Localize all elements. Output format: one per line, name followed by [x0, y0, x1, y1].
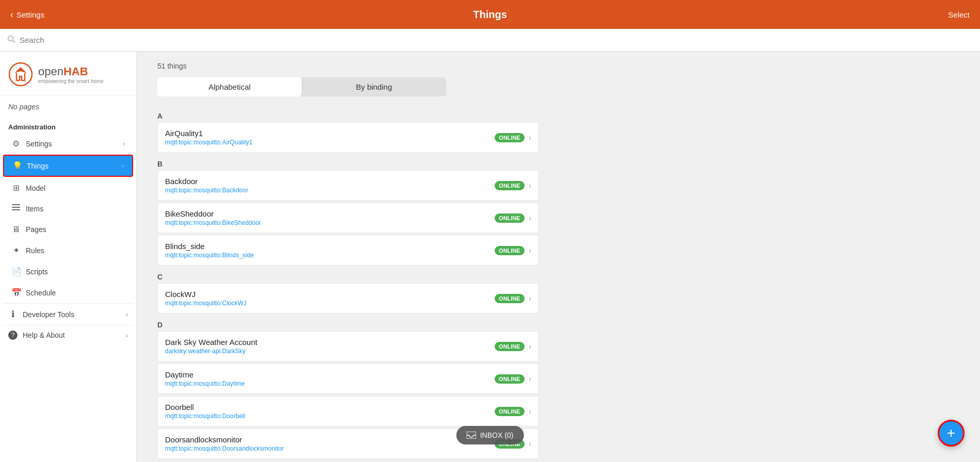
- section-letter-c: C: [157, 268, 539, 283]
- chevron-right-icon: ›: [529, 133, 531, 142]
- svg-rect-4: [12, 207, 20, 208]
- thing-info: Daytime mqtt:topic:mosquitto:Daytime: [165, 370, 495, 387]
- thing-info: ClockWJ mqtt:topic:mosquitto:ClockWJ: [165, 290, 495, 307]
- thing-info: AirQuality1 mqtt:topic:mosquitto:AirQual…: [165, 129, 495, 146]
- status-badge: ONLINE: [495, 374, 525, 384]
- help-icon: ?: [8, 331, 18, 340]
- thing-status: ONLINE ›: [495, 181, 531, 190]
- top-bar: ‹ Settings Things Select: [0, 0, 980, 29]
- logo-tagline: empowering the smart home: [38, 78, 104, 84]
- chevron-right-icon: ›: [529, 294, 531, 303]
- status-badge: ONLINE: [495, 133, 525, 142]
- scripts-icon: 📄: [11, 267, 21, 276]
- thing-uid: mqtt:topic:mosquitto:BikeSheddoor: [165, 219, 495, 226]
- thing-uid: mqtt:topic:mosquitto:Daytime: [165, 380, 495, 387]
- back-label: Settings: [17, 10, 44, 19]
- sidebar-item-model[interactable]: ⊞ Model: [3, 178, 133, 198]
- thing-info: BikeSheddoor mqtt:topic:mosquitto:BikeSh…: [165, 209, 495, 226]
- sidebar-item-settings[interactable]: ⚙ Settings ›: [3, 134, 133, 154]
- search-input[interactable]: [20, 36, 973, 44]
- search-icon: [7, 35, 15, 45]
- pages-icon: 🖥: [11, 225, 21, 234]
- thing-item-blinds-side[interactable]: Blinds_side mqtt:topic:mosquitto:Blinds_…: [157, 235, 539, 266]
- things-chevron-icon: ›: [122, 162, 124, 170]
- thing-item-darksky[interactable]: Dark Sky Weather Account darksky:weather…: [157, 331, 539, 361]
- sidebar-item-schedule[interactable]: 📅 Schedule: [3, 283, 133, 303]
- help-about-chevron-icon: ›: [126, 332, 128, 339]
- back-chevron-icon: ‹: [10, 9, 13, 20]
- thing-uid: mqtt:topic:mosquitto:Blinds_side: [165, 252, 495, 259]
- thing-name: Daytime: [165, 370, 495, 379]
- page-title: Things: [473, 9, 507, 21]
- thing-item-clockwj[interactable]: ClockWJ mqtt:topic:mosquitto:ClockWJ ONL…: [157, 283, 539, 314]
- model-icon: ⊞: [11, 183, 21, 193]
- svg-point-2: [9, 63, 32, 86]
- svg-line-1: [13, 40, 15, 42]
- settings-icon: ⚙: [11, 139, 21, 148]
- thing-status: ONLINE ›: [495, 407, 531, 416]
- thing-name: AirQuality1: [165, 129, 495, 138]
- sidebar-item-model-label: Model: [26, 184, 125, 192]
- thing-item-airquality1[interactable]: AirQuality1 mqtt:topic:mosquitto:AirQual…: [157, 122, 539, 153]
- tab-alphabetical[interactable]: Alphabetical: [157, 77, 302, 96]
- thing-uid: darksky:weather-api:DarkSky: [165, 348, 495, 355]
- thing-name: Doorsandlocksmonitor: [165, 435, 495, 444]
- thing-name: BikeSheddoor: [165, 209, 495, 218]
- logo-text: open HAB empowering the smart home: [38, 65, 104, 84]
- back-button[interactable]: ‹ Settings: [10, 9, 44, 20]
- inbox-icon: [467, 432, 476, 439]
- thing-item-backdoor[interactable]: Backdoor mqtt:topic:mosquitto:Backdoor O…: [157, 170, 539, 201]
- schedule-icon: 📅: [11, 288, 21, 298]
- logo-area: open HAB empowering the smart home: [0, 52, 136, 95]
- sidebar-item-things[interactable]: 💡 Things ›: [3, 155, 133, 177]
- tab-by-binding[interactable]: By binding: [302, 77, 446, 96]
- thing-info: Doorbell mqtt:topic:mosquitto:Doorbell: [165, 403, 495, 420]
- thing-uid: mqtt:topic:mosquitto:Doorbell: [165, 412, 495, 420]
- main-layout: open HAB empowering the smart home No pa…: [0, 52, 980, 462]
- chevron-right-icon: ›: [529, 407, 531, 416]
- thing-item-daytime[interactable]: Daytime mqtt:topic:mosquitto:Daytime ONL…: [157, 364, 539, 394]
- select-button[interactable]: Select: [948, 10, 970, 19]
- thing-status: ONLINE ›: [495, 294, 531, 303]
- thing-info: Doorsandlocksmonitor mqtt:topic:mosquitt…: [165, 435, 495, 452]
- thing-item-bikesheddoor[interactable]: BikeSheddoor mqtt:topic:mosquitto:BikeSh…: [157, 203, 539, 233]
- content-area: 51 things Alphabetical By binding A AirQ…: [137, 52, 980, 462]
- chevron-right-icon: ›: [529, 374, 531, 384]
- things-list: A AirQuality1 mqtt:topic:mosquitto:AirQu…: [157, 107, 539, 462]
- logo-open: open: [38, 65, 63, 78]
- chevron-right-icon: ›: [529, 246, 531, 255]
- thing-status: ONLINE ›: [495, 133, 531, 142]
- thing-item-doorbell[interactable]: Doorbell mqtt:topic:mosquitto:Doorbell O…: [157, 396, 539, 426]
- no-pages-label: No pages: [0, 95, 136, 118]
- chevron-right-icon: ›: [529, 342, 531, 351]
- chevron-right-icon: ›: [529, 439, 531, 449]
- svg-rect-3: [12, 204, 20, 205]
- sidebar-item-rules-label: Rules: [26, 246, 125, 255]
- sidebar: open HAB empowering the smart home No pa…: [0, 52, 137, 462]
- developer-tools-chevron-icon: ›: [126, 310, 128, 318]
- sidebar-item-items-label: Items: [26, 205, 125, 213]
- status-badge: ONLINE: [495, 246, 525, 255]
- search-bar: [0, 29, 980, 52]
- sidebar-item-rules[interactable]: ✦ Rules: [3, 240, 133, 260]
- sidebar-item-help-about[interactable]: ? Help & About ›: [0, 325, 136, 345]
- thing-name: Dark Sky Weather Account: [165, 338, 495, 346]
- inbox-button[interactable]: INBOX (0): [456, 426, 524, 444]
- thing-name: Doorbell: [165, 403, 495, 411]
- items-icon: [11, 204, 21, 213]
- thing-name: ClockWJ: [165, 290, 495, 299]
- logo-hab: HAB: [63, 65, 88, 78]
- thing-uid: mqtt:topic:mosquitto:AirQuality1: [165, 139, 495, 146]
- sidebar-item-items[interactable]: Items: [3, 199, 133, 219]
- sidebar-item-scripts[interactable]: 📄 Scripts: [3, 261, 133, 282]
- status-badge: ONLINE: [495, 213, 525, 223]
- section-letter-b: B: [157, 155, 539, 170]
- rules-icon: ✦: [11, 245, 21, 255]
- sidebar-item-pages[interactable]: 🖥 Pages: [3, 220, 133, 239]
- settings-chevron-icon: ›: [123, 140, 125, 147]
- sidebar-item-scripts-label: Scripts: [26, 268, 125, 276]
- add-thing-button[interactable]: +: [938, 420, 965, 447]
- developer-tools-label: Developer Tools: [23, 310, 121, 319]
- sidebar-item-developer-tools[interactable]: ℹ Developer Tools ›: [0, 304, 136, 325]
- tab-toggle: Alphabetical By binding: [157, 77, 446, 96]
